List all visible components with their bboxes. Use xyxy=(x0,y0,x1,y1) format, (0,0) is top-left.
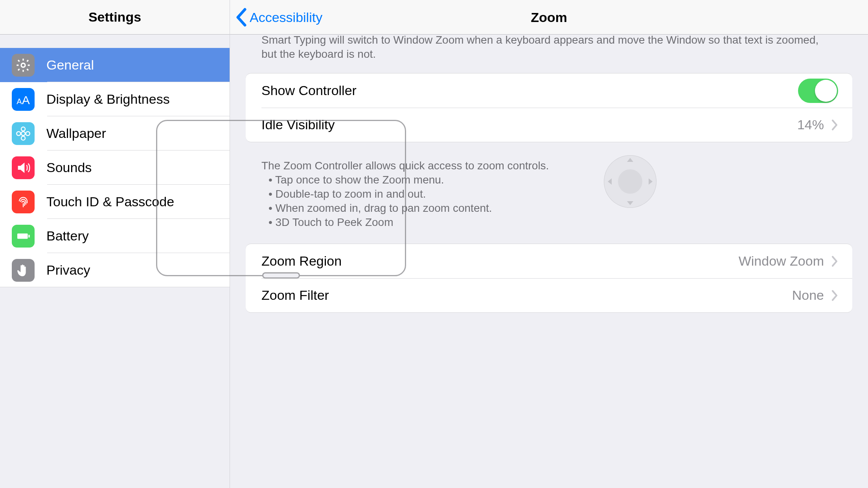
controller-group: Show Controller Idle Visibility 14% xyxy=(246,73,852,142)
sidebar-item-label: Sounds xyxy=(46,160,92,175)
note-bullet: 3D Touch to Peek Zoom xyxy=(261,215,837,229)
sidebar-item-general[interactable]: General xyxy=(0,48,230,82)
row-value: 14% xyxy=(797,117,824,132)
flower-icon xyxy=(12,122,35,145)
svg-point-7 xyxy=(26,132,30,136)
note-bullet: Double-tap to zoom in and out. xyxy=(261,187,837,201)
svg-point-6 xyxy=(17,132,20,136)
detail-body: Smart Typing will switch to Window Zoom … xyxy=(230,35,868,488)
sidebar-item-label: Touch ID & Passcode xyxy=(46,194,174,209)
chevron-right-icon xyxy=(831,255,838,267)
chevron-right-icon xyxy=(831,119,838,131)
svg-rect-8 xyxy=(17,233,28,238)
page-title: Zoom xyxy=(230,0,868,35)
back-button[interactable]: Accessibility xyxy=(235,0,322,35)
row-label: Idle Visibility xyxy=(261,117,797,132)
row-label: Zoom Region xyxy=(261,253,739,269)
svg-point-5 xyxy=(21,136,25,140)
sidebar-item-touch-id-passcode[interactable]: Touch ID & Passcode xyxy=(0,185,230,219)
region-filter-group: Zoom Region Window Zoom Zoom Filter None xyxy=(246,244,852,313)
text-size-icon: AA xyxy=(12,88,35,111)
chevron-left-icon xyxy=(235,8,246,27)
row-value: Window Zoom xyxy=(739,253,824,269)
sidebar-item-privacy[interactable]: Privacy xyxy=(0,253,230,287)
chevron-right-icon xyxy=(831,290,838,301)
row-value: None xyxy=(792,288,824,303)
svg-text:A: A xyxy=(22,93,30,106)
sidebar-item-display-brightness[interactable]: AA Display & Brightness xyxy=(0,82,230,116)
sidebar-item-label: Privacy xyxy=(46,262,90,278)
svg-text:A: A xyxy=(17,97,22,105)
detail-pane: Accessibility Zoom Smart Typing will swi… xyxy=(230,0,868,488)
show-controller-row[interactable]: Show Controller xyxy=(246,73,852,108)
svg-point-3 xyxy=(21,132,25,136)
smart-typing-note: Smart Typing will switch to Window Zoom … xyxy=(230,31,868,73)
settings-sidebar: Settings General AA Display & Brightness… xyxy=(0,0,230,488)
svg-point-4 xyxy=(21,127,25,131)
sidebar-item-label: Battery xyxy=(46,228,89,244)
sidebar-title: Settings xyxy=(88,9,141,25)
row-label: Zoom Filter xyxy=(261,288,792,303)
row-label: Show Controller xyxy=(261,83,798,98)
note-bullet: Tap once to show the Zoom menu. xyxy=(261,173,837,187)
fingerprint-icon xyxy=(12,191,35,213)
zoom-filter-row[interactable]: Zoom Filter None xyxy=(246,278,852,312)
sidebar-header: Settings xyxy=(0,0,230,35)
hand-icon xyxy=(12,259,35,282)
controller-note: The Zoom Controller allows quick access … xyxy=(230,142,868,244)
sidebar-item-label: Display & Brightness xyxy=(46,92,170,107)
detail-header: Accessibility Zoom xyxy=(230,0,868,35)
speaker-icon xyxy=(12,156,35,179)
show-controller-switch[interactable] xyxy=(798,79,838,103)
back-label: Accessibility xyxy=(250,10,322,25)
svg-point-0 xyxy=(21,63,25,67)
battery-icon xyxy=(12,225,35,248)
sidebar-item-sounds[interactable]: Sounds xyxy=(0,150,230,185)
sidebar-item-wallpaper[interactable]: Wallpaper xyxy=(0,116,230,150)
note-lead: The Zoom Controller allows quick access … xyxy=(261,160,549,172)
sidebar-item-label: General xyxy=(46,57,94,73)
sidebar-item-battery[interactable]: Battery xyxy=(0,219,230,253)
sidebar-list: General AA Display & Brightness Wallpape… xyxy=(0,48,230,287)
svg-rect-9 xyxy=(28,235,29,237)
note-bullet: When zoomed in, drag to pan zoom content… xyxy=(261,201,837,215)
zoom-region-row[interactable]: Zoom Region Window Zoom xyxy=(246,244,852,278)
sidebar-item-label: Wallpaper xyxy=(46,126,106,141)
gear-icon xyxy=(12,54,35,77)
idle-visibility-row[interactable]: Idle Visibility 14% xyxy=(246,108,852,142)
